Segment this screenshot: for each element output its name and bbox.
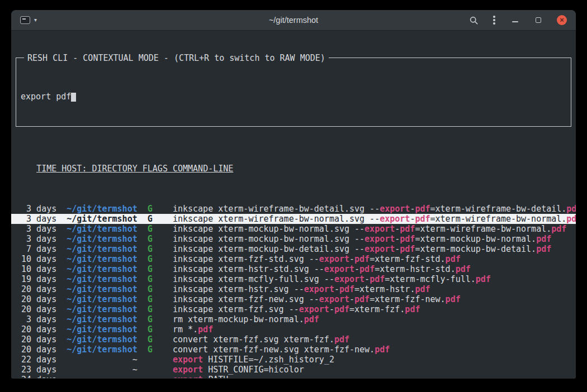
history-row[interactable]: 20 days ~/git/termshot G convert xterm-f…	[11, 334, 576, 345]
row-flags: G	[143, 264, 168, 274]
history-row[interactable]: 20 days ~/git/termshot G rm *.pdf	[11, 324, 576, 334]
row-time: 7 days	[16, 244, 56, 254]
row-command: inkscape xterm-fzf-std.svg --export-pdf=…	[173, 254, 461, 264]
row-host-directory: ~/git/termshot	[61, 324, 137, 334]
row-command: inkscape xterm-mockup-bw-normal.svg --ex…	[173, 224, 566, 234]
close-button[interactable]: ×	[557, 15, 567, 25]
row-host-directory: ~/git/termshot	[61, 345, 137, 355]
row-time: 20 days	[16, 324, 56, 334]
row-host-directory: ~	[61, 365, 137, 375]
row-host-directory: ~/git/termshot	[61, 224, 137, 234]
table-header: TIME HOST: DIRECTORY FLAGS COMMAND-LINE	[11, 164, 576, 174]
search-query-text: export pdf	[21, 92, 71, 102]
row-flags: G	[143, 254, 168, 264]
row-host-directory: ~/git/termshot	[61, 274, 137, 284]
search-box-title: RESH CLI - CONTEXTUAL MODE - (CTRL+R to …	[24, 53, 329, 63]
row-flags: G	[143, 314, 168, 324]
history-row[interactable]: 10 days ~/git/termshot G inkscape xterm-…	[11, 254, 576, 264]
dropdown-caret-icon: ▾	[34, 17, 37, 23]
row-time: 20 days	[16, 284, 56, 294]
menu-kebab-icon[interactable]	[492, 15, 496, 25]
row-time: 23 days	[16, 365, 56, 375]
row-host-directory: ~/git/termshot	[61, 284, 137, 294]
row-flags: G	[143, 324, 168, 334]
row-time: 3 days	[16, 204, 56, 214]
terminal-content: RESH CLI - CONTEXTUAL MODE - (CTRL+R to …	[11, 31, 576, 378]
row-flags: G	[143, 234, 168, 244]
row-time: 3 days	[16, 224, 56, 234]
history-row[interactable]: 20 days ~/git/termshot G inkscape xterm-…	[11, 284, 576, 294]
history-row[interactable]: 23 days ~ export HSTR_CONFIG=hicolor	[11, 365, 576, 375]
titlebar: ▾ ~/git/termshot ×	[11, 10, 576, 31]
history-row[interactable]: 3 days ~/git/termshot G rm xterm-mockup-…	[11, 314, 576, 324]
history-row[interactable]: 7 days ~/git/termshot G inkscape xterm-m…	[11, 244, 576, 254]
search-input[interactable]: export pdf	[21, 92, 566, 102]
search-icon[interactable]	[468, 15, 479, 25]
row-command: inkscape xterm-fzf-new.svg --export-pdf=…	[173, 294, 461, 304]
row-flags: G	[143, 274, 168, 284]
history-row[interactable]: 3 days ~/git/termshot G inkscape xterm-m…	[11, 224, 576, 234]
row-host-directory: ~	[61, 355, 137, 365]
titlebar-left: ▾	[11, 16, 37, 24]
row-time: 20 days	[16, 345, 56, 355]
row-command: rm *.pdf	[173, 324, 213, 334]
row-host-directory: ~/git/termshot	[61, 334, 137, 345]
row-host-directory: ~/git/termshot	[61, 294, 137, 304]
row-command: export HISTFILE=~/.zsh_history_2	[173, 355, 334, 365]
row-flags: G	[143, 345, 168, 355]
row-time: 22 days	[16, 355, 56, 365]
row-time: 3 days	[16, 214, 56, 224]
terminal-window: ▾ ~/git/termshot × RESH CLI - CONTEXTUAL…	[11, 10, 576, 379]
history-row[interactable]: 3 days ~/git/termshot G inkscape xterm-w…	[11, 204, 576, 214]
row-time: 10 days	[16, 254, 56, 264]
row-command: convert xterm-fzf-new.svg xterm-fzf-new.…	[173, 345, 390, 355]
row-host-directory: ~/git/termshot	[61, 304, 137, 314]
history-row[interactable]: 19 days ~/git/termshot G inkscape xterm-…	[11, 274, 576, 284]
row-flags: G	[143, 244, 168, 254]
minimize-button[interactable]	[510, 15, 520, 25]
search-box[interactable]: RESH CLI - CONTEXTUAL MODE - (CTRL+R to …	[16, 58, 571, 127]
table-header-columns: TIME HOST: DIRECTORY FLAGS COMMAND-LINE	[36, 164, 233, 174]
row-host-directory: ~/git/termshot	[61, 214, 137, 224]
row-command: inkscape xterm-hstr.svg --export-pdf=xte…	[173, 284, 430, 294]
row-flags: G	[143, 334, 168, 345]
row-time: 24 days	[16, 375, 56, 378]
row-time: 10 days	[16, 264, 56, 274]
row-flags: G	[143, 284, 168, 294]
row-command: rm xterm-mockup-bw-normal.pdf	[173, 314, 319, 324]
row-flags: G	[143, 224, 168, 234]
row-command: inkscape xterm-mockup-bw-normal.svg --ex…	[173, 234, 551, 244]
row-command: inkscape xterm-mcfly-full.svg --export-p…	[173, 274, 491, 284]
row-host-directory: ~/git/termshot	[61, 254, 137, 264]
restore-button[interactable]	[533, 15, 543, 25]
history-row-selected[interactable]: 3 days ~/git/termshot G inkscape xterm-w…	[11, 214, 576, 224]
history-row[interactable]: 20 days ~/git/termshot G convert xterm-f…	[11, 345, 576, 355]
row-command: inkscape xterm-wireframe-bw-detail.svg -…	[173, 204, 576, 214]
history-row[interactable]: 10 days ~/git/termshot G inkscape xterm-…	[11, 264, 576, 274]
row-time: 19 days	[16, 274, 56, 284]
history-row[interactable]: 3 days ~/git/termshot G inkscape xterm-m…	[11, 234, 576, 244]
row-command: convert xterm-fzf.svg xterm-fzf.pdf	[173, 334, 349, 345]
row-time: 3 days	[16, 314, 56, 324]
history-row[interactable]: 24 days ~ export PATH	[11, 375, 576, 378]
row-flags: G	[143, 204, 168, 214]
row-host-directory: ~	[61, 375, 137, 378]
row-host-directory: ~/git/termshot	[61, 234, 137, 244]
history-row[interactable]: 22 days ~ export HISTFILE=~/.zsh_history…	[11, 355, 576, 365]
row-flags: G	[143, 294, 168, 304]
history-row[interactable]: 20 days ~/git/termshot G inkscape xterm-…	[11, 304, 576, 314]
row-command: inkscape xterm-wireframe-bw-normal.svg -…	[173, 214, 576, 224]
history-list: 3 days ~/git/termshot G inkscape xterm-w…	[11, 204, 576, 378]
row-command: inkscape xterm-hstr-std.svg --export-pdf…	[173, 264, 471, 274]
row-command: export HSTR_CONFIG=hicolor	[173, 365, 304, 375]
new-terminal-button[interactable]: ▾	[20, 16, 37, 24]
text-cursor-icon	[71, 93, 76, 102]
row-time: 3 days	[16, 234, 56, 244]
row-command: inkscape xterm-fzf.svg --export-pdf=xter…	[173, 304, 420, 314]
row-command: inkscape xterm-mockup-bw-detail.svg --ex…	[173, 244, 551, 254]
terminal-icon	[20, 16, 30, 24]
history-row[interactable]: 20 days ~/git/termshot G inkscape xterm-…	[11, 294, 576, 304]
row-host-directory: ~/git/termshot	[61, 204, 137, 214]
row-time: 20 days	[16, 304, 56, 314]
titlebar-right: ×	[468, 15, 576, 25]
